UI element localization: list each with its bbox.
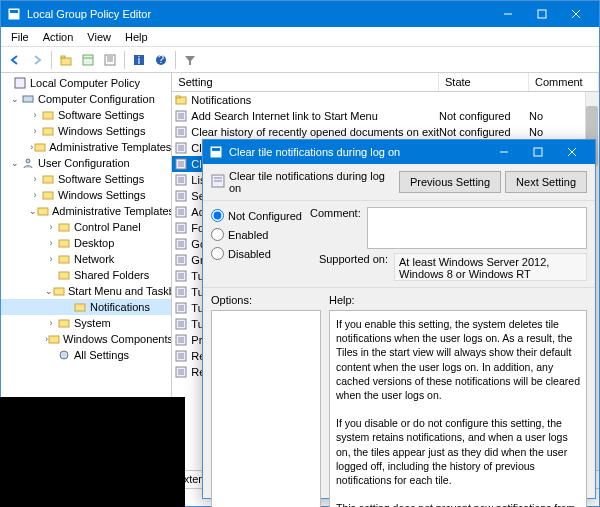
expand-icon[interactable]: ›	[29, 174, 41, 184]
expand-icon[interactable]: ›	[45, 222, 57, 232]
dialog-close-button[interactable]	[555, 139, 589, 165]
tree-item[interactable]: Windows Components	[63, 333, 172, 345]
tree-item[interactable]: Administrative Templates	[49, 141, 171, 153]
tree-admin-templates[interactable]: Administrative Templates	[52, 205, 172, 217]
header-comment[interactable]: Comment	[529, 73, 599, 91]
svg-rect-104	[212, 148, 220, 151]
black-region	[0, 397, 185, 507]
header-setting[interactable]: Setting	[172, 73, 439, 91]
svg-rect-6	[61, 58, 71, 65]
svg-rect-3	[538, 10, 546, 18]
tree-root[interactable]: Local Computer Policy	[30, 77, 140, 89]
expand-icon[interactable]: ›	[29, 110, 41, 120]
svg-rect-16	[23, 96, 33, 102]
folder-icon	[41, 124, 55, 138]
expand-icon[interactable]: ›	[45, 254, 57, 264]
collapse-icon[interactable]: ⌄	[9, 94, 21, 104]
svg-rect-29	[75, 304, 85, 311]
filter-icon[interactable]	[180, 50, 200, 70]
previous-setting-button[interactable]: Previous Setting	[399, 171, 501, 193]
tree-start-menu[interactable]: Start Menu and Taskbar	[68, 285, 172, 297]
dialog-minimize-button[interactable]	[487, 139, 521, 165]
back-icon[interactable]	[5, 50, 25, 70]
folder-icon	[57, 236, 71, 250]
setting-icon	[174, 173, 188, 187]
comment-textarea[interactable]	[367, 207, 587, 249]
tree-item[interactable]: Software Settings	[58, 173, 144, 185]
forward-icon[interactable]	[27, 50, 47, 70]
radio-disabled[interactable]: Disabled	[211, 247, 302, 260]
up-icon[interactable]	[56, 50, 76, 70]
list-row[interactable]: Add Search Internet link to Start MenuNo…	[172, 108, 599, 124]
dialog-maximize-button[interactable]	[521, 139, 555, 165]
next-setting-button[interactable]: Next Setting	[505, 171, 587, 193]
svg-rect-7	[61, 56, 65, 58]
folder-icon	[57, 268, 71, 282]
folder-icon	[37, 204, 49, 218]
comment-label: Comment:	[310, 207, 361, 249]
user-icon	[21, 156, 35, 170]
help-icon[interactable]: ?	[151, 50, 171, 70]
tree-item[interactable]: System	[74, 317, 111, 329]
svg-rect-34	[176, 96, 180, 98]
menu-action[interactable]: Action	[37, 29, 80, 45]
tree-notifications[interactable]: Notifications	[90, 301, 150, 313]
radio-not-configured[interactable]: Not Configured	[211, 209, 302, 222]
setting-icon	[174, 237, 188, 251]
svg-rect-25	[59, 240, 69, 247]
minimize-button[interactable]	[491, 1, 525, 27]
svg-rect-106	[534, 148, 542, 156]
tree-item[interactable]: Shared Folders	[74, 269, 149, 281]
expand-icon[interactable]: ›	[29, 190, 41, 200]
list-row[interactable]: Notifications	[172, 92, 599, 108]
collapse-icon[interactable]: ⌄	[45, 286, 53, 296]
svg-rect-17	[43, 112, 53, 119]
svg-rect-26	[59, 256, 69, 263]
svg-rect-24	[59, 224, 69, 231]
svg-rect-15	[15, 78, 25, 88]
setting-icon	[174, 253, 188, 267]
tree-item[interactable]: Control Panel	[74, 221, 141, 233]
radio-enabled[interactable]: Enabled	[211, 228, 302, 241]
row-state: Not configured	[439, 126, 529, 138]
list-row[interactable]: Clear history of recently opened documen…	[172, 124, 599, 140]
svg-point-20	[26, 159, 30, 163]
collapse-icon[interactable]: ⌄	[9, 158, 21, 168]
expand-icon[interactable]: ›	[45, 238, 57, 248]
tree-item[interactable]: Windows Settings	[58, 125, 145, 137]
tree-item[interactable]: Software Settings	[58, 109, 144, 121]
svg-rect-8	[83, 55, 93, 65]
maximize-button[interactable]	[525, 1, 559, 27]
tree-item[interactable]: Desktop	[74, 237, 114, 249]
svg-rect-23	[38, 208, 48, 215]
menubar: File Action View Help	[1, 27, 599, 47]
setting-icon	[174, 317, 188, 331]
help-box[interactable]: If you enable this setting, the system d…	[329, 310, 587, 507]
tree-item[interactable]: Windows Settings	[58, 189, 145, 201]
show-hide-icon[interactable]	[78, 50, 98, 70]
list-header: Setting State Comment	[172, 73, 599, 92]
menu-help[interactable]: Help	[119, 29, 154, 45]
setting-icon	[174, 285, 188, 299]
setting-icon	[174, 189, 188, 203]
tree-item[interactable]: All Settings	[74, 349, 129, 361]
menu-view[interactable]: View	[81, 29, 117, 45]
setting-icon	[174, 157, 188, 171]
tree-computer-config[interactable]: Computer Configuration	[38, 93, 155, 105]
expand-icon[interactable]: ›	[29, 126, 41, 136]
setting-icon	[174, 221, 188, 235]
options-box	[211, 310, 321, 507]
collapse-icon[interactable]: ⌄	[29, 206, 37, 216]
expand-icon[interactable]: ›	[45, 318, 57, 328]
supported-label: Supported on:	[310, 253, 388, 265]
close-button[interactable]	[559, 1, 593, 27]
properties-icon[interactable]: i	[129, 50, 149, 70]
export-icon[interactable]	[100, 50, 120, 70]
tree-item[interactable]: Network	[74, 253, 114, 265]
svg-rect-28	[54, 288, 64, 295]
header-state[interactable]: State	[439, 73, 529, 91]
tree-user-config[interactable]: User Configuration	[38, 157, 130, 169]
folder-icon	[174, 93, 188, 107]
menu-file[interactable]: File	[5, 29, 35, 45]
policy-icon	[13, 76, 27, 90]
